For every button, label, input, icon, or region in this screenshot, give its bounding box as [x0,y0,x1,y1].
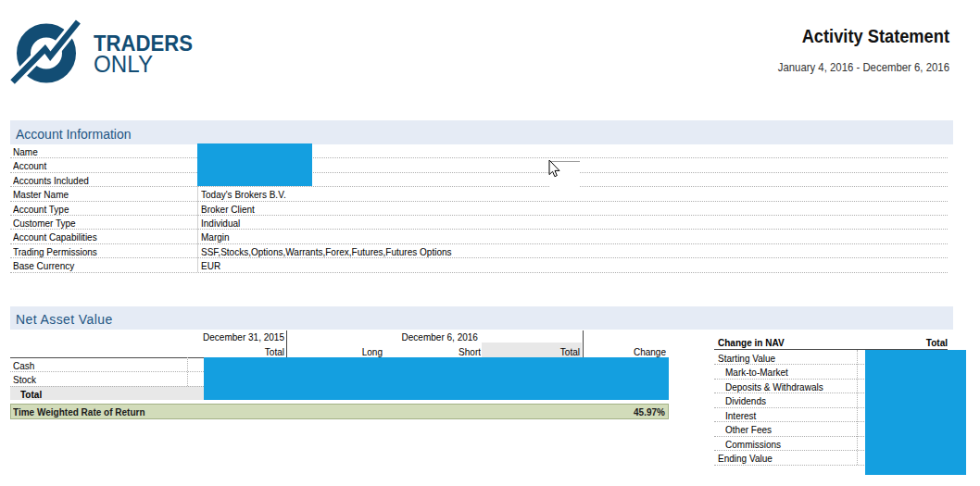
svg-text:ONLY: ONLY [94,50,153,78]
